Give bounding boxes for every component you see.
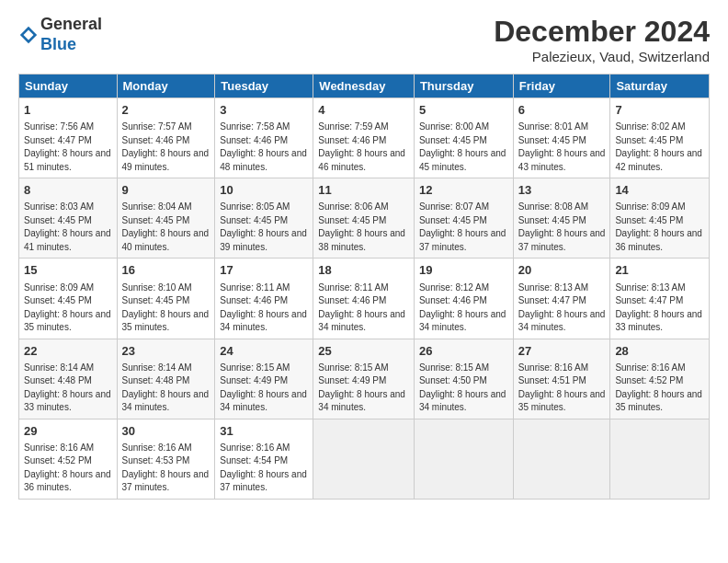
day-number: 24 — [220, 343, 308, 360]
day-detail: Sunrise: 8:10 AMSunset: 4:45 PMDaylight:… — [122, 282, 210, 335]
day-detail: Sunrise: 8:16 AMSunset: 4:52 PMDaylight:… — [24, 442, 112, 495]
day-number: 19 — [419, 262, 508, 279]
calendar-cell: 29Sunrise: 8:16 AMSunset: 4:52 PMDayligh… — [19, 419, 118, 499]
calendar-cell: 9Sunrise: 8:04 AMSunset: 4:45 PMDaylight… — [117, 178, 215, 259]
day-detail: Sunrise: 8:14 AMSunset: 4:48 PMDaylight:… — [122, 362, 210, 415]
calendar-cell: 26Sunrise: 8:15 AMSunset: 4:50 PMDayligh… — [414, 339, 513, 419]
day-detail: Sunrise: 8:11 AMSunset: 4:46 PMDaylight:… — [318, 282, 409, 335]
calendar-cell — [513, 419, 610, 499]
day-number: 28 — [615, 343, 704, 360]
day-detail: Sunrise: 8:14 AMSunset: 4:48 PMDaylight:… — [24, 362, 112, 415]
day-detail: Sunrise: 8:13 AMSunset: 4:47 PMDaylight:… — [518, 282, 606, 335]
day-detail: Sunrise: 8:16 AMSunset: 4:52 PMDaylight:… — [615, 362, 704, 415]
calendar-header-saturday: Saturday — [610, 75, 710, 98]
day-detail: Sunrise: 8:15 AMSunset: 4:49 PMDaylight:… — [220, 362, 308, 415]
calendar-cell: 20Sunrise: 8:13 AMSunset: 4:47 PMDayligh… — [513, 259, 610, 339]
day-detail: Sunrise: 7:56 AMSunset: 4:47 PMDaylight:… — [24, 121, 112, 174]
calendar-cell: 18Sunrise: 8:11 AMSunset: 4:46 PMDayligh… — [313, 259, 415, 339]
calendar-header-friday: Friday — [513, 75, 610, 98]
day-number: 2 — [122, 102, 210, 119]
calendar-cell: 1Sunrise: 7:56 AMSunset: 4:47 PMDaylight… — [19, 98, 118, 178]
day-detail: Sunrise: 8:03 AMSunset: 4:45 PMDaylight:… — [24, 201, 112, 254]
calendar-header-thursday: Thursday — [414, 75, 513, 98]
day-detail: Sunrise: 8:00 AMSunset: 4:45 PMDaylight:… — [419, 121, 508, 174]
day-number: 25 — [318, 343, 409, 360]
calendar-cell: 7Sunrise: 8:02 AMSunset: 4:45 PMDaylight… — [610, 98, 710, 178]
day-detail: Sunrise: 8:11 AMSunset: 4:46 PMDaylight:… — [220, 282, 308, 335]
calendar-cell: 4Sunrise: 7:59 AMSunset: 4:46 PMDaylight… — [313, 98, 415, 178]
calendar-cell: 31Sunrise: 8:16 AMSunset: 4:54 PMDayligh… — [215, 419, 313, 499]
calendar-header-monday: Monday — [117, 75, 215, 98]
day-detail: Sunrise: 8:04 AMSunset: 4:45 PMDaylight:… — [122, 201, 210, 254]
calendar-cell: 5Sunrise: 8:00 AMSunset: 4:45 PMDaylight… — [414, 98, 513, 178]
day-number: 13 — [518, 182, 606, 199]
calendar-cell: 15Sunrise: 8:09 AMSunset: 4:45 PMDayligh… — [19, 259, 118, 339]
calendar-cell: 12Sunrise: 8:07 AMSunset: 4:45 PMDayligh… — [414, 178, 513, 259]
calendar-cell: 30Sunrise: 8:16 AMSunset: 4:53 PMDayligh… — [117, 419, 215, 499]
day-detail: Sunrise: 8:06 AMSunset: 4:45 PMDaylight:… — [318, 201, 409, 254]
calendar-cell: 24Sunrise: 8:15 AMSunset: 4:49 PMDayligh… — [215, 339, 313, 419]
header: General Blue December 2024 Palezieux, Va… — [18, 15, 710, 64]
calendar-cell: 10Sunrise: 8:05 AMSunset: 4:45 PMDayligh… — [215, 178, 313, 259]
day-number: 7 — [615, 102, 704, 119]
calendar-week-5: 29Sunrise: 8:16 AMSunset: 4:52 PMDayligh… — [19, 419, 710, 499]
day-number: 3 — [220, 102, 308, 119]
day-detail: Sunrise: 8:08 AMSunset: 4:45 PMDaylight:… — [518, 201, 606, 254]
day-number: 29 — [24, 423, 112, 440]
day-detail: Sunrise: 8:09 AMSunset: 4:45 PMDaylight:… — [24, 282, 112, 335]
day-number: 31 — [220, 423, 308, 440]
calendar-cell: 6Sunrise: 8:01 AMSunset: 4:45 PMDaylight… — [513, 98, 610, 178]
calendar-week-1: 1Sunrise: 7:56 AMSunset: 4:47 PMDaylight… — [19, 98, 710, 178]
logo-blue: Blue — [40, 35, 76, 53]
logo-text: General Blue — [40, 15, 102, 54]
calendar-week-4: 22Sunrise: 8:14 AMSunset: 4:48 PMDayligh… — [19, 339, 710, 419]
day-detail: Sunrise: 7:59 AMSunset: 4:46 PMDaylight:… — [318, 121, 409, 174]
day-number: 15 — [24, 262, 112, 279]
calendar-cell: 11Sunrise: 8:06 AMSunset: 4:45 PMDayligh… — [313, 178, 415, 259]
calendar-cell: 28Sunrise: 8:16 AMSunset: 4:52 PMDayligh… — [610, 339, 710, 419]
day-number: 23 — [122, 343, 210, 360]
day-detail: Sunrise: 8:07 AMSunset: 4:45 PMDaylight:… — [419, 201, 508, 254]
calendar-cell: 2Sunrise: 7:57 AMSunset: 4:46 PMDaylight… — [117, 98, 215, 178]
calendar-week-3: 15Sunrise: 8:09 AMSunset: 4:45 PMDayligh… — [19, 259, 710, 339]
day-number: 10 — [220, 182, 308, 199]
calendar-cell: 17Sunrise: 8:11 AMSunset: 4:46 PMDayligh… — [215, 259, 313, 339]
day-number: 20 — [518, 262, 606, 279]
day-number: 26 — [419, 343, 508, 360]
day-detail: Sunrise: 8:05 AMSunset: 4:45 PMDaylight:… — [220, 201, 308, 254]
calendar-cell: 19Sunrise: 8:12 AMSunset: 4:46 PMDayligh… — [414, 259, 513, 339]
day-number: 5 — [419, 102, 508, 119]
calendar-cell: 27Sunrise: 8:16 AMSunset: 4:51 PMDayligh… — [513, 339, 610, 419]
calendar: SundayMondayTuesdayWednesdayThursdayFrid… — [18, 74, 710, 500]
day-detail: Sunrise: 8:15 AMSunset: 4:49 PMDaylight:… — [318, 362, 409, 415]
day-detail: Sunrise: 8:13 AMSunset: 4:47 PMDaylight:… — [615, 282, 704, 335]
day-detail: Sunrise: 8:09 AMSunset: 4:45 PMDaylight:… — [615, 201, 704, 254]
day-number: 21 — [615, 262, 704, 279]
day-detail: Sunrise: 8:16 AMSunset: 4:54 PMDaylight:… — [220, 442, 308, 495]
calendar-cell: 3Sunrise: 7:58 AMSunset: 4:46 PMDaylight… — [215, 98, 313, 178]
day-number: 17 — [220, 262, 308, 279]
calendar-header-row: SundayMondayTuesdayWednesdayThursdayFrid… — [19, 75, 710, 98]
calendar-cell: 21Sunrise: 8:13 AMSunset: 4:47 PMDayligh… — [610, 259, 710, 339]
day-number: 9 — [122, 182, 210, 199]
day-number: 14 — [615, 182, 704, 199]
day-detail: Sunrise: 8:15 AMSunset: 4:50 PMDaylight:… — [419, 362, 508, 415]
calendar-cell: 16Sunrise: 8:10 AMSunset: 4:45 PMDayligh… — [117, 259, 215, 339]
day-detail: Sunrise: 7:58 AMSunset: 4:46 PMDaylight:… — [220, 121, 308, 174]
calendar-cell — [414, 419, 513, 499]
day-number: 6 — [518, 102, 606, 119]
day-number: 22 — [24, 343, 112, 360]
calendar-cell: 8Sunrise: 8:03 AMSunset: 4:45 PMDaylight… — [19, 178, 118, 259]
calendar-cell: 14Sunrise: 8:09 AMSunset: 4:45 PMDayligh… — [610, 178, 710, 259]
logo: General Blue — [18, 15, 102, 54]
calendar-week-2: 8Sunrise: 8:03 AMSunset: 4:45 PMDaylight… — [19, 178, 710, 259]
day-number: 4 — [318, 102, 409, 119]
month-title: December 2024 — [494, 15, 710, 49]
day-number: 11 — [318, 182, 409, 199]
calendar-cell: 22Sunrise: 8:14 AMSunset: 4:48 PMDayligh… — [19, 339, 118, 419]
day-detail: Sunrise: 8:12 AMSunset: 4:46 PMDaylight:… — [419, 282, 508, 335]
day-number: 30 — [122, 423, 210, 440]
day-number: 16 — [122, 262, 210, 279]
day-detail: Sunrise: 8:02 AMSunset: 4:45 PMDaylight:… — [615, 121, 704, 174]
calendar-cell — [313, 419, 415, 499]
